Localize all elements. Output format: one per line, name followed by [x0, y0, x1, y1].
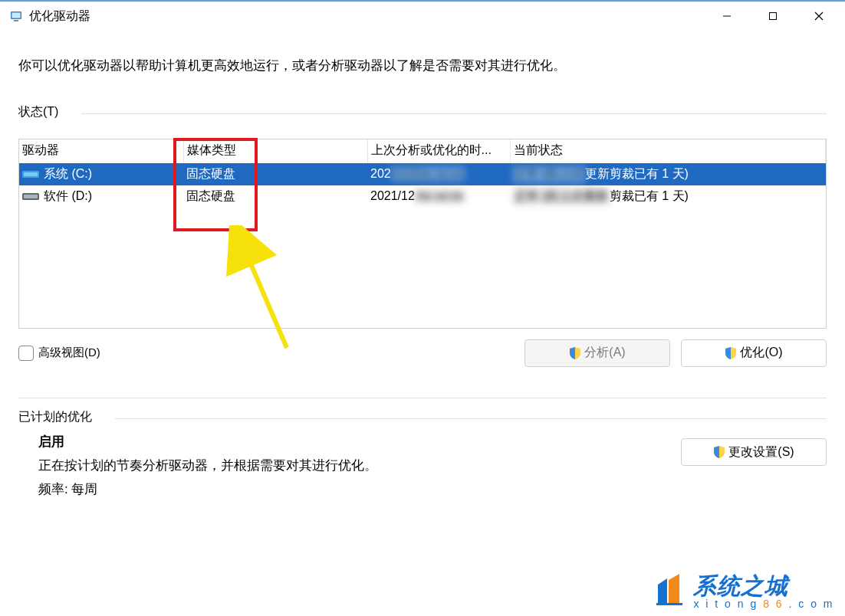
- table-row[interactable]: 软件 (D:) 固态硬盘 2021/12/xx xx:xx 正常 (距上次重新剪…: [19, 185, 826, 208]
- last-run: 2021/12/xx xx:xx: [367, 163, 510, 185]
- svg-rect-3: [770, 13, 777, 20]
- drive-icon: [22, 191, 39, 202]
- shield-icon: [569, 346, 581, 360]
- advanced-view-label: 高级视图(D): [38, 346, 100, 360]
- svg-rect-5: [24, 172, 38, 176]
- checkbox-icon: [18, 346, 34, 361]
- schedule-frequency: 频率: 每周: [38, 480, 827, 498]
- shield-icon: [713, 445, 725, 459]
- svg-rect-1: [12, 13, 21, 18]
- column-header-media[interactable]: 媒体类型: [183, 139, 367, 163]
- shield-icon: [725, 346, 737, 360]
- last-run: 2021/12/xx xx:xx: [367, 185, 510, 208]
- status-section-label: 状态(T): [18, 104, 81, 120]
- schedule-section-label: 已计划的优化: [18, 409, 115, 425]
- watermark-url: x i t o n g 8 6 . c o m: [693, 598, 834, 610]
- watermark: 系统之城 x i t o n g 8 6 . c o m: [653, 572, 834, 610]
- change-settings-button[interactable]: 更改设置(S): [681, 438, 827, 466]
- table-row[interactable]: 系统 (C:) 固态硬盘 2021/12/xx xx:xx 正常 (距上次更新剪…: [19, 163, 826, 185]
- drive-icon: [22, 169, 39, 179]
- drive-label: 系统 (C:): [44, 166, 92, 182]
- window-controls: [704, 1, 842, 31]
- current-status: 正常 (距上次更新剪裁已有 1 天): [510, 163, 826, 185]
- svg-rect-8: [656, 603, 682, 605]
- description-text: 你可以优化驱动器以帮助计算机更高效地运行，或者分析驱动器以了解是否需要对其进行优…: [18, 57, 827, 75]
- divider: [115, 418, 827, 419]
- svg-rect-2: [14, 20, 18, 21]
- divider: [81, 113, 827, 114]
- advanced-view-checkbox[interactable]: 高级视图(D): [18, 346, 100, 361]
- svg-rect-7: [24, 195, 38, 198]
- close-button[interactable]: [796, 1, 842, 31]
- watermark-title: 系统之城: [693, 575, 788, 598]
- current-status: 正常 (距上次重新剪裁已有 1 天): [510, 185, 826, 208]
- column-header-status[interactable]: 当前状态: [510, 139, 826, 163]
- drive-table[interactable]: 驱动器 媒体类型 上次分析或优化的时... 当前状态 系统 (C:): [18, 139, 827, 329]
- media-type: 固态硬盘: [183, 185, 367, 208]
- watermark-logo-icon: [653, 572, 689, 610]
- optimize-button[interactable]: 优化(O): [681, 339, 827, 367]
- column-header-drive[interactable]: 驱动器: [19, 139, 183, 163]
- window-title: 优化驱动器: [29, 8, 90, 25]
- drive-label: 软件 (D:): [44, 188, 92, 205]
- app-icon: [9, 9, 23, 23]
- analyze-button[interactable]: 分析(A): [524, 339, 670, 367]
- column-header-last[interactable]: 上次分析或优化的时...: [367, 139, 510, 163]
- media-type: 固态硬盘: [183, 163, 367, 185]
- maximize-button[interactable]: [750, 1, 796, 31]
- title-bar: 优化驱动器: [0, 0, 845, 31]
- minimize-button[interactable]: [704, 1, 750, 31]
